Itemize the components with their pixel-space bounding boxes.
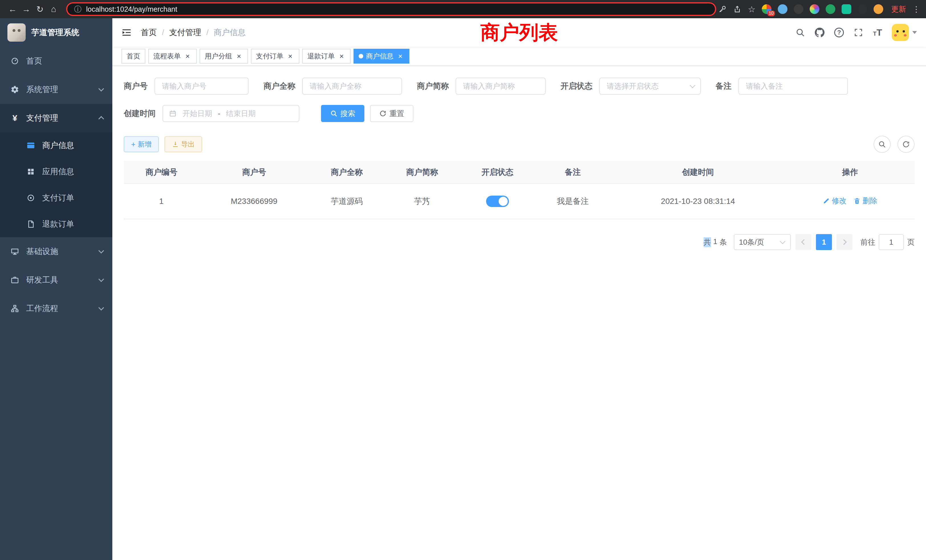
pagination-goto: 前往 页	[861, 234, 915, 250]
chevron-down-icon	[98, 248, 104, 253]
chevron-down-icon	[98, 276, 104, 282]
sidebar-toggle-icon[interactable]	[112, 18, 141, 47]
breadcrumb-home[interactable]: 首页	[141, 27, 157, 38]
status-select[interactable]: 请选择开启状态	[599, 77, 701, 95]
back-button[interactable]: ←	[6, 4, 20, 14]
delete-link[interactable]: 删除	[853, 196, 877, 206]
search-button[interactable]: 搜索	[321, 105, 365, 122]
extension-icon[interactable]	[858, 4, 867, 14]
extension-icon[interactable]	[794, 4, 803, 14]
address-bar[interactable]: ⓘ localhost:1024/pay/merchant	[66, 2, 716, 16]
toggle-search-button[interactable]	[873, 136, 891, 153]
search-icon[interactable]	[796, 28, 805, 37]
page-number-current[interactable]: 1	[816, 234, 832, 250]
close-icon[interactable]: ×	[235, 52, 243, 60]
main-area: 首页 / 支付管理 / 商户信息 商户列表 ?	[112, 18, 926, 560]
filter-status: 开启状态 请选择开启状态	[560, 77, 701, 95]
sidebar-item-label: 系统管理	[26, 84, 58, 95]
date-range-picker[interactable]: 开始日期 - 结束日期	[162, 105, 300, 122]
short-name-input[interactable]	[455, 77, 546, 95]
remark-input[interactable]	[738, 77, 848, 95]
pagination-total: 共 1 条	[704, 237, 727, 247]
home-button[interactable]: ⌂	[47, 4, 61, 14]
add-button[interactable]: + 新增	[124, 136, 159, 152]
close-icon[interactable]: ×	[184, 52, 192, 60]
browser-menu-icon[interactable]: ⋮	[912, 5, 920, 14]
merchant-no-input[interactable]	[154, 77, 249, 95]
sidebar-item-application-info[interactable]: 应用信息	[0, 159, 112, 185]
tab-home[interactable]: 首页	[121, 49, 145, 64]
browser-update-button[interactable]: 更新	[891, 4, 906, 14]
cell-merchant-index: 1	[124, 184, 199, 219]
extension-icon[interactable]	[841, 4, 851, 14]
avatar[interactable]	[892, 24, 909, 41]
sidebar: 芋道管理系统 首页 系统管理 ¥ 支付管	[0, 18, 112, 560]
tab-label: 首页	[127, 51, 140, 61]
extension-icon[interactable]	[778, 4, 787, 14]
close-icon[interactable]: ×	[396, 52, 404, 60]
sidebar-item-label: 商户信息	[42, 140, 74, 151]
tab-user-group[interactable]: 用户分组 ×	[200, 49, 248, 64]
goto-label: 前往	[861, 237, 875, 247]
close-icon[interactable]: ×	[337, 52, 345, 60]
forward-button[interactable]: →	[20, 4, 33, 14]
info-icon[interactable]: ⓘ	[74, 4, 82, 14]
sidebar-item-payment[interactable]: ¥ 支付管理	[0, 104, 112, 132]
tab-merchant-info[interactable]: 商户信息 ×	[354, 49, 409, 64]
chevron-down-icon[interactable]	[912, 31, 917, 34]
extension-icon[interactable]: 10	[762, 4, 772, 14]
full-name-input[interactable]	[302, 77, 402, 95]
refresh-table-button[interactable]	[897, 136, 915, 153]
page-content: 商户号 商户全称 商户简称 开启状态 请选择开启状态	[112, 66, 926, 560]
column-header: 备注	[535, 161, 610, 184]
tab-refund-order[interactable]: 退款订单 ×	[302, 49, 351, 64]
font-size-icon[interactable]: TT	[873, 27, 882, 38]
refresh-icon	[379, 110, 387, 117]
sidebar-item-label: 首页	[26, 56, 42, 67]
gear-icon	[10, 85, 20, 94]
sidebar-item-home[interactable]: 首页	[0, 47, 112, 75]
reset-button[interactable]: 重置	[370, 105, 413, 122]
tab-pay-order[interactable]: 支付订单 ×	[251, 49, 300, 64]
fullscreen-icon[interactable]	[853, 28, 863, 37]
status-toggle[interactable]	[486, 195, 509, 207]
help-icon[interactable]: ?	[834, 28, 844, 37]
sidebar-item-pay-order[interactable]: 支付订单	[0, 185, 112, 211]
tab-label: 支付订单	[256, 51, 283, 61]
close-icon[interactable]: ×	[286, 52, 294, 60]
credit-card-icon	[26, 141, 35, 150]
extension-icon[interactable]	[873, 4, 883, 14]
bookmark-star-icon[interactable]: ☆	[748, 4, 755, 14]
reload-button[interactable]: ↻	[33, 4, 47, 14]
refresh-icon	[902, 140, 910, 148]
trash-icon	[853, 197, 861, 205]
export-button[interactable]: 导出	[165, 136, 202, 152]
select-placeholder: 请选择开启状态	[607, 81, 658, 91]
breadcrumb-section[interactable]: 支付管理	[169, 27, 201, 38]
extension-icon[interactable]	[826, 4, 835, 14]
tab-process-form[interactable]: 流程表单 ×	[148, 49, 197, 64]
sidebar-item-workflow[interactable]: 工作流程	[0, 294, 112, 323]
browser-window: ← → ↻ ⌂ ⓘ localhost:1024/pay/merchant ☆ …	[0, 0, 926, 560]
goto-page-input[interactable]	[879, 234, 904, 250]
password-key-icon[interactable]	[718, 5, 727, 14]
prev-page-button[interactable]	[796, 234, 811, 250]
sidebar-item-devtools[interactable]: 研发工具	[0, 266, 112, 294]
sidebar-item-refund-order[interactable]: 退款订单	[0, 211, 112, 237]
extension-icon[interactable]	[809, 4, 819, 14]
share-icon[interactable]	[733, 5, 741, 14]
sidebar-item-system[interactable]: 系统管理	[0, 75, 112, 104]
date-start-placeholder[interactable]: 开始日期	[183, 109, 212, 119]
app-logo[interactable]: 芋道管理系统	[0, 18, 112, 47]
next-page-button[interactable]	[837, 234, 852, 250]
user-menu[interactable]	[892, 24, 917, 41]
page-size-select[interactable]: 10条/页	[734, 234, 791, 250]
merchant-table: 商户编号 商户号 商户全称 商户简称 开启状态 备注 创建时间 操作 1	[124, 161, 915, 219]
edit-link[interactable]: 修改	[823, 196, 846, 206]
cell-actions: 修改 删除	[785, 184, 915, 219]
github-icon[interactable]	[815, 28, 825, 37]
date-end-placeholder[interactable]: 结束日期	[226, 109, 256, 119]
payment-submenu: 商户信息 应用信息 支付订单	[0, 132, 112, 237]
sidebar-item-merchant-info[interactable]: 商户信息	[0, 132, 112, 159]
sidebar-item-infrastructure[interactable]: 基础设施	[0, 237, 112, 266]
